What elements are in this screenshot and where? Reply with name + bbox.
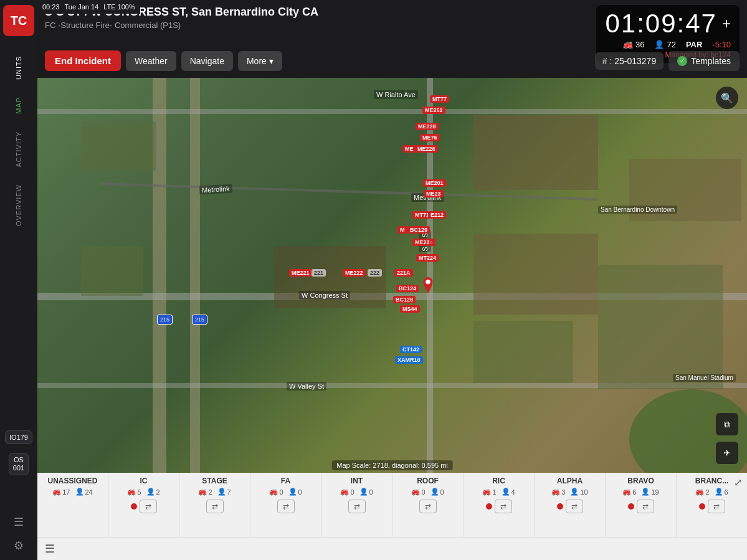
channel-transfer-button[interactable]: ⇄ <box>206 500 224 513</box>
unit-ME222[interactable]: ME222 <box>343 269 366 277</box>
channel-bravo[interactable]: BRAVO🚒6👤19⇄ <box>606 473 677 537</box>
channel-people: 👤19 <box>641 488 659 496</box>
person-icon: 👤 <box>288 488 297 496</box>
person-icon: 👤 <box>146 488 155 496</box>
vehicle-icon: 🚒 <box>52 488 61 496</box>
layers-icon: ⧉ <box>724 419 730 430</box>
channel-unassigned[interactable]: UNASSIGNED🚒17👤24 <box>37 473 108 537</box>
unit-ME23[interactable]: ME23 <box>424 190 444 197</box>
channel-stage[interactable]: STAGE🚒2👤7⇄ <box>179 473 250 537</box>
badge-os001[interactable]: OS001 <box>9 453 29 475</box>
settings-icon[interactable]: ⚙ <box>14 539 24 553</box>
channel-name: IC <box>108 473 179 486</box>
svg-rect-9 <box>81 246 143 296</box>
channel-people: 👤0 <box>288 488 302 496</box>
street-sb-downtown: San Bernardino Downtown <box>598 206 677 214</box>
sidebar-item-map[interactable]: MAP <box>12 88 25 123</box>
status-date: Tue Jan 14 <box>65 3 99 11</box>
channel-transfer-button[interactable]: ⇄ <box>708 500 725 513</box>
channel-name: ROOF <box>393 473 463 486</box>
unit-CT142[interactable]: CT142 <box>400 346 422 353</box>
badge-io179[interactable]: IO179 <box>5 430 32 444</box>
unit-222[interactable]: 222 <box>368 269 382 277</box>
channel-transfer-button[interactable]: ⇄ <box>277 500 295 513</box>
incident-number: # : 25-013279 <box>595 52 664 70</box>
templates-button[interactable]: ✓ Templates <box>668 51 740 71</box>
vehicle-icon: 🚒 <box>411 488 420 496</box>
crosshair-icon: ✈ <box>723 448 731 458</box>
svg-rect-11 <box>473 234 598 315</box>
unit-BC129[interactable]: BC129 <box>407 226 430 234</box>
channel-transfer-button[interactable]: ⇄ <box>348 500 366 513</box>
channel-transfer-button[interactable]: ⇄ <box>637 500 654 513</box>
end-incident-button[interactable]: End Incident <box>45 50 121 71</box>
map-layers-button[interactable]: ⧉ <box>716 413 738 435</box>
more-button[interactable]: More ▾ <box>238 51 282 71</box>
svg-rect-3 <box>37 293 747 300</box>
channel-alpha[interactable]: ALPHA🚒3👤10⇄ <box>535 473 606 537</box>
weather-button[interactable]: Weather <box>126 51 176 71</box>
unit-ME226[interactable]: ME226 <box>415 145 438 153</box>
channel-name: INT <box>321 473 392 486</box>
bottom-hamburger-icon[interactable]: ☰ <box>45 542 55 556</box>
unit-MS44[interactable]: MS44 <box>400 305 420 313</box>
unit-ME201[interactable]: ME201 <box>423 179 446 187</box>
templates-check-icon: ✓ <box>677 56 687 66</box>
person-icon: 👤 <box>217 488 226 496</box>
unit-XAMR10[interactable]: XAMR10 <box>395 356 423 364</box>
channel-fa[interactable]: FA🚒0👤0⇄ <box>250 473 321 537</box>
unit-ME76[interactable]: ME76 <box>420 134 440 141</box>
channel-transfer-button[interactable]: ⇄ <box>140 500 157 513</box>
hamburger-icon[interactable]: ☰ <box>14 515 24 529</box>
channel-people: 👤4 <box>502 488 515 496</box>
unit-BC128[interactable]: BC128 <box>393 296 416 303</box>
sidebar-item-activity[interactable]: ACTIVITY <box>12 123 25 176</box>
channel-roof[interactable]: ROOF🚒0👤0⇄ <box>393 473 464 537</box>
unit-ME220[interactable]: ME22○ <box>412 239 435 246</box>
vehicle-icon: 🚒 <box>622 488 631 496</box>
unit-221A[interactable]: 221A <box>394 269 413 277</box>
navigate-button[interactable]: Navigate <box>181 51 233 71</box>
channel-vehicles: 🚒0 <box>340 488 354 496</box>
channel-ic[interactable]: IC🚒5👤2⇄ <box>108 473 179 537</box>
channel-active-dot <box>131 503 137 510</box>
map-crosshair-button[interactable]: ✈ <box>716 442 738 464</box>
channel-vehicles: 🚒17 <box>52 488 70 496</box>
incident-pin[interactable] <box>421 277 435 296</box>
channel-ric[interactable]: RIC🚒1👤4⇄ <box>464 473 535 537</box>
sidebar-item-overview[interactable]: OVERVIEW <box>12 176 25 235</box>
highway-215a: 215 <box>157 315 173 325</box>
channel-vehicles: 🚒2 <box>198 488 212 496</box>
sidebar-item-units[interactable]: UNITS <box>12 47 25 88</box>
unit-MT224[interactable]: MT224 <box>416 254 439 262</box>
timer-plus-button[interactable]: + <box>722 15 731 32</box>
unit-MT77[interactable]: MT77 <box>430 95 449 103</box>
vehicle-icon: 🚒 <box>695 488 704 496</box>
channel-int[interactable]: INT🚒0👤0⇄ <box>321 473 393 537</box>
unit-M[interactable]: M <box>397 226 407 234</box>
unit-ME221[interactable]: ME221 <box>289 269 312 277</box>
unit-ME252[interactable]: ME252 <box>422 107 445 114</box>
map-area[interactable]: W Rialto Ave Metrolink Metrolink S G St … <box>37 78 747 473</box>
channel-name: UNASSIGNED <box>37 473 108 486</box>
channel-transfer-button[interactable]: ⇄ <box>566 500 583 513</box>
vehicle-icon: 🚒 <box>269 488 278 496</box>
expand-button[interactable]: ⤢ <box>734 477 742 488</box>
map-search-button[interactable]: 🔍 <box>716 87 738 109</box>
channel-transfer-button[interactable]: ⇄ <box>495 500 512 513</box>
person-icon: 👤 <box>431 488 439 496</box>
unit-BC124[interactable]: BC124 <box>396 285 419 292</box>
channel-active-dot <box>486 503 492 510</box>
status-time: 00:23 <box>42 3 60 11</box>
map-scale: Map Scale: 2718, diagonal: 0.595 mi <box>331 460 453 470</box>
unit-221[interactable]: 221 <box>312 269 326 277</box>
channel-people: 👤0 <box>431 488 444 496</box>
unit-ME[interactable]: ME <box>402 145 416 153</box>
unit-E212[interactable]: E212 <box>428 211 446 219</box>
unit-ME228[interactable]: ME228 <box>416 123 439 130</box>
channel-transfer-button[interactable]: ⇄ <box>419 500 437 513</box>
svg-rect-0 <box>153 78 166 473</box>
vehicle-icon: 🚒 <box>127 488 136 496</box>
timer-value: 01:09:47 <box>605 9 717 39</box>
top-bar: S G ST / W CONGRESS ST, San Bernardino C… <box>37 0 747 78</box>
